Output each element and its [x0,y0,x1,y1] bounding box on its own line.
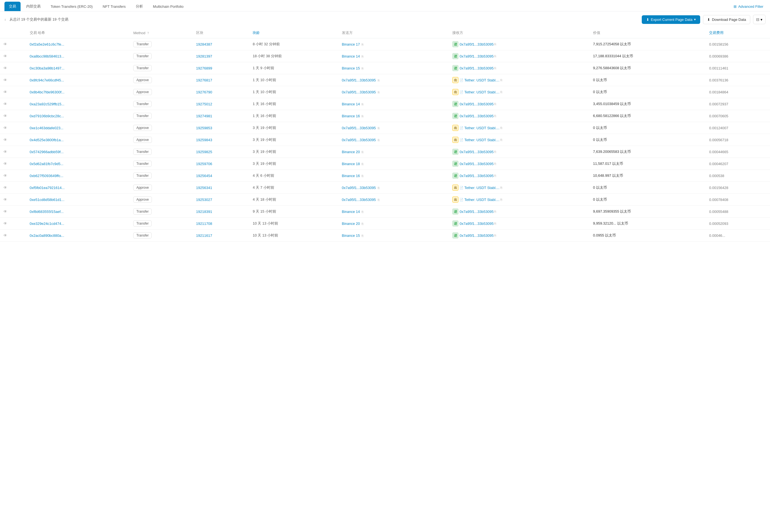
tab-transactions[interactable]: 交易 [4,2,21,11]
eye-icon[interactable]: 👁 [3,90,7,94]
to-link[interactable]: Tether: USDT Stabl.... [464,78,499,82]
tx-hash-link[interactable]: 0x2ac0a890bc880a... [30,233,64,238]
to-copy-icon[interactable]: ⎘ [500,198,502,201]
to-link[interactable]: Tether: USDT Stabl.... [464,198,499,202]
from-link[interactable]: 0x7a95f1...33b53095 [342,198,376,202]
to-copy-icon[interactable]: ⎘ [494,174,496,177]
from-copy-icon[interactable]: ⎘ [362,222,364,225]
eye-icon[interactable]: 👁 [3,66,7,70]
tx-hash-link[interactable]: 0xb627f5093649ffc... [30,174,63,178]
to-link[interactable]: 0x7a95f1...33b53095 [459,210,493,214]
tab-multichain[interactable]: Multichain Portfolio [148,2,188,11]
block-link[interactable]: 19259825 [196,150,212,154]
eye-icon[interactable]: 👁 [3,114,7,118]
to-copy-icon[interactable]: ⎘ [500,138,502,141]
from-copy-icon[interactable]: ⎘ [378,186,380,190]
to-copy-icon[interactable]: ⎘ [500,78,502,82]
to-copy-icon[interactable]: ⎘ [494,222,496,225]
from-copy-icon[interactable]: ⎘ [378,138,380,142]
eye-icon[interactable]: 👁 [3,78,7,82]
tx-hash-link[interactable]: 0x8fc94c7e66cdf45... [30,78,64,82]
from-copy-icon[interactable]: ⎘ [378,126,380,130]
block-link[interactable]: 19259706 [196,162,212,166]
from-link[interactable]: 0x7a95f1...33b53095 [342,126,376,130]
from-copy-icon[interactable]: ⎘ [362,55,364,58]
tx-hash-link[interactable]: 0xa8bcc98b584613... [30,54,64,58]
from-copy-icon[interactable]: ⎘ [362,67,364,70]
tx-hash-link[interactable]: 0xd79106b9cbc28c... [30,114,64,118]
from-copy-icon[interactable]: ⎘ [362,174,364,178]
from-copy-icon[interactable]: ⎘ [378,91,380,94]
from-link[interactable]: 0x7a95f1...33b53095 [342,90,376,94]
to-link[interactable]: 0x7a95f1...33b53095 [459,233,493,238]
from-link[interactable]: 0x7a95f1...33b53095 [342,138,376,142]
to-link[interactable]: 0x7a95f1...33b53095 [459,174,493,178]
tx-hash-link[interactable]: 0xa23a92c529ffb15... [30,102,64,106]
block-link[interactable]: 19211708 [196,222,212,226]
advanced-filter-button[interactable]: ⊞ Advanced Filter [731,3,766,10]
from-link[interactable]: Binance 16 [342,114,360,118]
from-copy-icon[interactable]: ⎘ [378,198,380,202]
export-button[interactable]: ⬇ Export Current Page Data ▾ [642,15,701,24]
eye-icon[interactable]: 👁 [3,209,7,214]
to-link[interactable]: Tether: USDT Stabl.... [464,138,499,142]
tx-hash-link[interactable]: 0xe51cd8d58b61d1... [30,198,64,202]
from-link[interactable]: Binance 15 [342,66,360,70]
eye-icon[interactable]: 👁 [3,197,7,202]
tx-hash-link[interactable]: 0xf2a5e2e61c6c7fe... [30,42,64,46]
tx-hash-link[interactable]: 0xe1c463ddafe023... [30,126,63,130]
eye-icon[interactable]: 👁 [3,173,7,178]
eye-icon[interactable]: 👁 [3,102,7,106]
eye-icon[interactable]: 👁 [3,54,7,58]
tx-hash-link[interactable]: 0x4d525e3800fb1a... [30,138,64,142]
block-link[interactable]: 19211617 [196,233,212,238]
eye-icon[interactable]: 👁 [3,185,7,190]
from-copy-icon[interactable]: ⎘ [362,150,364,154]
method-help-icon[interactable]: ? [147,31,149,35]
block-link[interactable]: 19276790 [196,90,212,94]
from-link[interactable]: Binance 16 [342,174,360,178]
from-link[interactable]: Binance 17 [342,42,360,46]
to-copy-icon[interactable]: ⎘ [494,150,496,153]
to-copy-icon[interactable]: ⎘ [494,54,496,58]
from-copy-icon[interactable]: ⎘ [362,234,364,237]
to-copy-icon[interactable]: ⎘ [494,102,496,106]
block-link[interactable]: 19274981 [196,114,212,118]
from-link[interactable]: Binance 14 [342,54,360,58]
to-copy-icon[interactable]: ⎘ [494,43,496,46]
tx-hash-link[interactable]: 0x8b4bc7fde96300f... [30,90,64,94]
to-link[interactable]: 0x7a95f1...33b53095 [459,114,493,118]
tab-internal[interactable]: 内部交易 [22,2,45,11]
from-link[interactable]: 0x7a95f1...33b53095 [342,186,376,190]
tx-hash-link[interactable]: 0xf5fb01ea7921614... [30,186,65,190]
tab-token-transfers[interactable]: Token Transfers (ERC-20) [46,2,97,11]
from-link[interactable]: Binance 14 [342,210,360,214]
download-button[interactable]: ⬇ Download Page Data [703,15,750,24]
block-link[interactable]: 19218391 [196,210,212,214]
block-link[interactable]: 19284387 [196,42,212,46]
tab-analytics[interactable]: 分析 [131,2,147,11]
eye-icon[interactable]: 👁 [3,221,7,226]
to-link[interactable]: Tether: USDT Stabl.... [464,186,499,190]
from-copy-icon[interactable]: ⎘ [362,103,364,106]
to-copy-icon[interactable]: ⎘ [500,90,502,94]
to-copy-icon[interactable]: ⎘ [500,186,502,189]
from-link[interactable]: Binance 20 [342,222,360,226]
from-link[interactable]: Binance 15 [342,233,360,238]
to-link[interactable]: 0x7a95f1...33b53095 [459,42,493,46]
block-link[interactable]: 19276899 [196,66,212,70]
eye-icon[interactable]: 👁 [3,161,7,166]
from-copy-icon[interactable]: ⎘ [378,79,380,82]
block-link[interactable]: 19253027 [196,198,212,202]
block-link[interactable]: 19256454 [196,174,212,178]
eye-icon[interactable]: 👁 [3,138,7,142]
block-link[interactable]: 19275012 [196,102,212,106]
from-copy-icon[interactable]: ⎘ [362,43,364,46]
block-link[interactable]: 19276817 [196,78,212,82]
eye-icon[interactable]: 👁 [3,126,7,130]
filter-options-button[interactable]: ⊟ ▾ [753,15,766,24]
to-copy-icon[interactable]: ⎘ [494,234,496,237]
tx-hash-link[interactable]: 0xe329e24c1cd474... [30,222,64,226]
from-link[interactable]: Binance 18 [342,162,360,166]
tx-hash-link[interactable]: 0x5742966adbb59f... [30,150,64,154]
